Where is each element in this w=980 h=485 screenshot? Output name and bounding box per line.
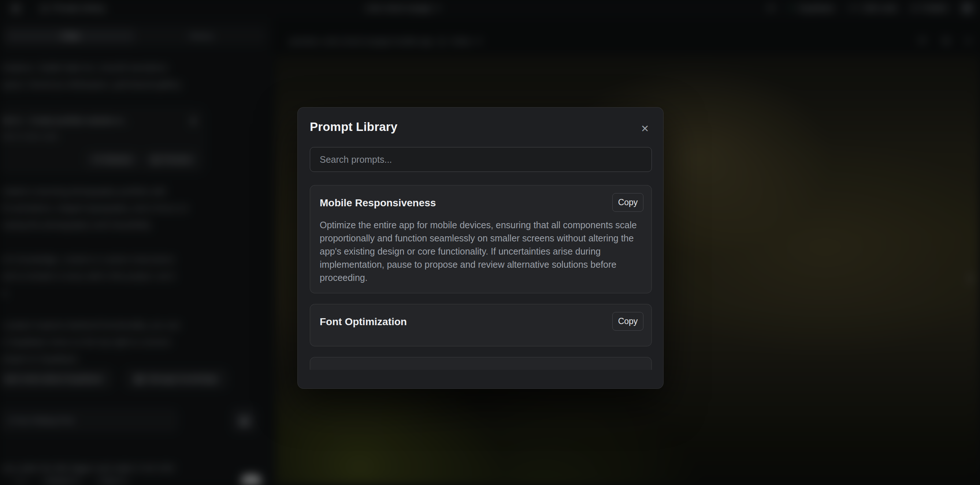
prompt-library-modal: Prompt Library ✕ Mobile Responsiveness C… <box>298 107 663 389</box>
prompt-card-title: Mobile Responsiveness <box>320 197 642 209</box>
modal-title: Prompt Library <box>310 120 397 134</box>
prompt-card-partial <box>310 357 652 370</box>
prompt-list: Mobile Responsiveness Copy Optimize the … <box>310 185 652 370</box>
prompt-card-font-optimization: Font Optimization Copy <box>310 304 652 346</box>
search-prompts-input[interactable] <box>310 147 652 172</box>
prompt-card-mobile-responsiveness: Mobile Responsiveness Copy Optimize the … <box>310 185 652 293</box>
copy-button[interactable]: Copy <box>612 193 643 212</box>
close-icon[interactable]: ✕ <box>638 121 652 136</box>
prompt-card-body: Optimize the entire app for mobile devic… <box>320 218 644 284</box>
copy-button[interactable]: Copy <box>612 312 643 331</box>
prompt-card-title: Font Optimization <box>320 316 642 328</box>
